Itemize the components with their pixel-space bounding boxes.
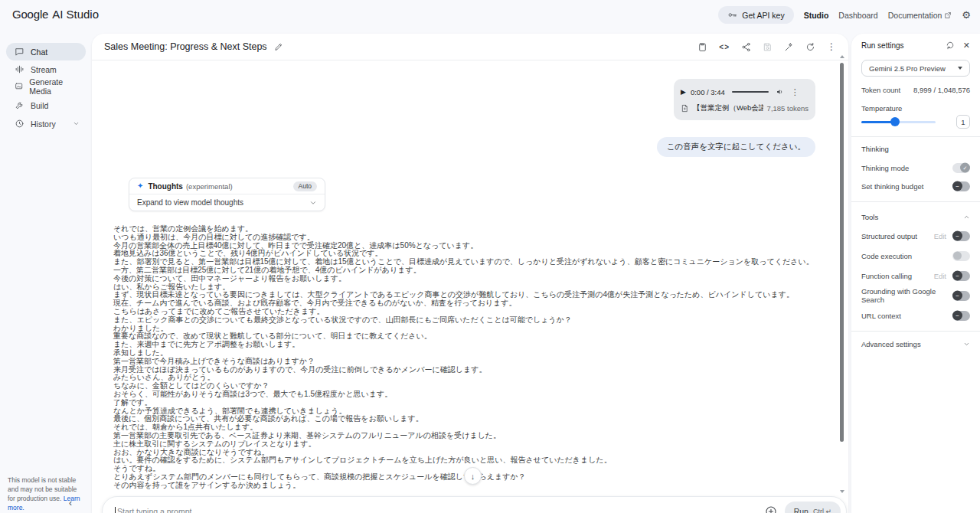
save-button[interactable] xyxy=(763,42,773,52)
audio-file-row: 【営業定例（Web会議）】音声... 7,185 tokens xyxy=(681,103,808,113)
code-execution-toggle[interactable] xyxy=(952,251,970,261)
run-settings-header: Run settings ✕ xyxy=(861,38,970,52)
thinking-mode-toggle[interactable]: ✓ xyxy=(952,163,970,173)
chevron-down-icon xyxy=(309,199,317,207)
edit-title-button[interactable] xyxy=(274,42,283,51)
volume-icon[interactable] xyxy=(776,87,785,96)
slider-thumb[interactable] xyxy=(890,117,900,126)
url-context-toggle[interactable]: − xyxy=(952,311,970,321)
share-button[interactable] xyxy=(741,42,751,52)
audio-more-icon[interactable]: ⋮ xyxy=(791,88,799,96)
sidebar-item-label: Chat xyxy=(31,47,47,57)
nav-studio[interactable]: Studio xyxy=(804,11,829,20)
audio-seekbar[interactable] xyxy=(732,91,769,93)
sidebar-item-stream[interactable]: Stream xyxy=(6,60,86,78)
slider-fill xyxy=(861,121,894,123)
grounding-toggle[interactable]: − xyxy=(952,291,970,301)
chat-icon xyxy=(15,47,24,57)
close-panel-icon[interactable]: ✕ xyxy=(963,41,970,50)
down-arrow-icon: ↓ xyxy=(471,472,475,481)
prompt-input-bar[interactable]: Start typing a prompt Run Ctrl ↵ xyxy=(102,496,847,513)
toggle-minus-icon: − xyxy=(952,231,962,241)
scrollbar-up-arrow[interactable] xyxy=(840,55,844,58)
add-media-button[interactable] xyxy=(765,505,777,513)
structured-output-toggle[interactable]: − xyxy=(952,231,970,241)
toggle-check-icon: ✓ xyxy=(960,163,970,173)
run-settings-panel: Run settings ✕ Gemini 2.5 Pro Preview To… xyxy=(851,34,980,513)
model-selector[interactable]: Gemini 2.5 Pro Preview xyxy=(861,60,970,77)
more-options-button[interactable]: ⋮ xyxy=(827,41,836,52)
nav-documentation[interactable]: Documentation xyxy=(888,11,952,20)
temperature-slider[interactable] xyxy=(861,121,936,123)
transcript-line: 主に株主取引に関するシステムのリプレイスとなります。 xyxy=(113,440,818,449)
tool-label: Grounding with Google Search xyxy=(861,287,952,304)
tool-row-grounding: Grounding with Google Search − xyxy=(861,288,970,303)
sidebar-item-generate-media[interactable]: Generate Media xyxy=(6,77,86,95)
refresh-button[interactable] xyxy=(805,42,815,52)
pencil-icon xyxy=(274,42,283,51)
run-settings-header-icons: ✕ xyxy=(946,41,970,50)
tools-section-header: Tools xyxy=(861,211,970,222)
spark-icon: ✦ xyxy=(137,182,143,190)
toggle-minus-icon: − xyxy=(952,291,962,301)
key-icon xyxy=(727,10,737,20)
temperature-value[interactable]: 1 xyxy=(956,115,970,129)
chevron-up-icon[interactable] xyxy=(963,214,970,221)
toggle-minus-icon: − xyxy=(952,311,962,321)
plus-circle-icon xyxy=(765,505,777,513)
scroll-to-bottom-button[interactable]: ↓ xyxy=(464,467,482,485)
thoughts-expand-row[interactable]: Expand to view model thoughts xyxy=(129,194,325,211)
collapse-sidebar-icon[interactable]: ‹ xyxy=(69,498,72,508)
sidebar-item-label: Build xyxy=(31,101,48,110)
get-api-key-button[interactable]: Get API key xyxy=(718,6,793,24)
scrollbar-thumb[interactable] xyxy=(840,63,844,442)
audio-player: ▶ 0:00 / 3:44 ⋮ xyxy=(681,83,808,100)
get-code-button[interactable]: <> xyxy=(719,43,730,51)
reset-settings-icon[interactable] xyxy=(946,41,955,50)
dropdown-arrow-icon xyxy=(958,67,962,70)
edit-structured-output[interactable]: Edit xyxy=(934,232,946,240)
share-icon xyxy=(741,42,751,52)
logo-ai-studio: AI Studio xyxy=(52,8,99,21)
header-actions: Get API key Studio Dashboard Documentati… xyxy=(718,6,971,24)
tool-label: URL context xyxy=(861,312,901,320)
app-root: GoogleAI Studio Get API key Studio Dashb… xyxy=(0,0,980,513)
token-count-value: 8,999 / 1,048,576 xyxy=(913,86,970,94)
save-icon xyxy=(763,42,773,52)
sidebar-item-label: History xyxy=(31,119,56,129)
token-count-row: Token count 8,999 / 1,048,576 xyxy=(861,84,970,95)
thinking-section-header: Thinking xyxy=(861,143,970,154)
audio-file-name: 【営業定例（Web会議）】音声... xyxy=(693,103,763,113)
transcript-line: 今後の対策について、田中マネージャーより報告をお願いします。 xyxy=(113,275,818,283)
toggle-minus-icon: − xyxy=(952,181,962,191)
thinking-budget-toggle[interactable]: − xyxy=(952,181,970,191)
prompt-placeholder: Start typing a prompt xyxy=(117,507,765,513)
sidebar-item-history[interactable]: History xyxy=(6,115,86,132)
play-icon[interactable]: ▶ xyxy=(681,89,686,96)
sidebar-item-build[interactable]: Build xyxy=(6,96,86,114)
scrollbar-down-arrow[interactable] xyxy=(840,490,844,493)
transcript-line: はい。要件の確認をするために、システム部門もアサインしてプロジェクトチームを立ち… xyxy=(113,456,818,465)
transcript-line: また、エピック商事との交渉についても最終交渉となっている状況ですので、山田部長に… xyxy=(113,316,818,325)
prompt-optimizer-button[interactable] xyxy=(784,42,794,52)
transcript-line: その内容を持って誰をアサインするか決めましょう。 xyxy=(113,482,818,490)
function-calling-toggle[interactable]: − xyxy=(952,271,970,281)
run-button[interactable]: Run Ctrl ↵ xyxy=(785,502,841,513)
advanced-settings-row[interactable]: Advanced settings xyxy=(861,336,970,351)
edit-function-calling[interactable]: Edit xyxy=(934,272,946,280)
code-icon: <> xyxy=(719,43,730,51)
run-label: Run xyxy=(794,507,808,513)
transcript-line: 来月受注ではほぼ決まっているものがありますので、今月の受注に前倒しできるかメンバ… xyxy=(113,366,818,374)
tools-header-label: Tools xyxy=(861,213,878,221)
tool-row-structured-output: Structured output Edit − xyxy=(861,228,970,243)
transcript: それでは、営業の定例会議を始めます。いつも通り最初は、今月の目標に対しての進捗確… xyxy=(113,225,818,490)
nav-dashboard[interactable]: Dashboard xyxy=(838,11,877,20)
text-caret xyxy=(115,507,116,513)
audio-attachment-card: ▶ 0:00 / 3:44 ⋮ 【営業定例（Web会議）】音声... 7,185… xyxy=(674,79,815,120)
system-instructions-button[interactable] xyxy=(697,42,707,52)
run-settings-title: Run settings xyxy=(861,41,904,50)
settings-gear-icon[interactable]: ⚙ xyxy=(962,10,971,20)
thoughts-auto-badge: Auto xyxy=(293,181,318,191)
divider xyxy=(851,136,980,137)
sidebar-item-chat[interactable]: Chat xyxy=(6,43,86,60)
